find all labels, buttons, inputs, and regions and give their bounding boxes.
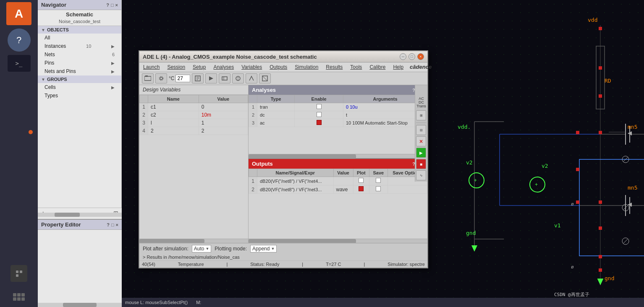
output-value-2[interactable]: wave [333, 185, 353, 194]
analysis-enable-1[interactable] [295, 103, 343, 111]
dv-hscrollbar[interactable] [139, 239, 248, 243]
var-name-1[interactable]: c1 [148, 103, 199, 111]
var-name-2[interactable]: c2 [148, 111, 199, 119]
output-save-2[interactable] [369, 185, 387, 194]
plot-mode-dropdown[interactable]: Append ▼ [250, 245, 277, 252]
toolbar-btn6[interactable] [259, 73, 271, 83]
menu-calibre[interactable]: Calibre [368, 64, 387, 70]
analysis-type-1[interactable]: tran [257, 103, 295, 111]
toolbar-netlist-button[interactable] [192, 73, 204, 83]
menu-simulation[interactable]: Simulation [293, 64, 319, 70]
status-dot [29, 130, 33, 134]
label-watermark: CSDN @再世孟子 [554, 291, 589, 298]
var-value-2[interactable]: 10m [199, 111, 248, 119]
analysis-type-2[interactable]: dc [257, 111, 295, 119]
run-button[interactable]: ▶ [416, 148, 426, 158]
outputs-header: Outputs ? □ × [249, 159, 427, 169]
stop-button[interactable]: ■ [416, 159, 426, 169]
menu-setup[interactable]: Setup [191, 64, 207, 70]
col-name: Name [148, 95, 199, 103]
var-name-3[interactable]: l [148, 119, 199, 127]
side-btn-2[interactable]: ⊟ [416, 125, 426, 135]
side-btn-wave[interactable]: ∿ [416, 170, 426, 180]
menu-results[interactable]: Results [325, 64, 344, 70]
toolbar-gear-button[interactable] [155, 73, 167, 83]
output-value-1[interactable] [333, 177, 353, 185]
menu-session[interactable]: Session [166, 64, 186, 70]
nav-item-nets[interactable]: Nets 6 [38, 50, 121, 59]
plot-auto-dropdown[interactable]: Auto ▼ [192, 245, 212, 252]
ade-close-button[interactable]: × [417, 53, 424, 60]
analysis-enable-3[interactable] [295, 119, 343, 127]
output-plot-1[interactable] [353, 177, 369, 185]
svg-point-57 [160, 77, 162, 80]
side-btn-x[interactable]: × [416, 136, 426, 146]
output-saveopts-2[interactable] [387, 185, 427, 194]
nav-item-instances[interactable]: Instances 10 ▶ [38, 42, 121, 50]
temp-input[interactable] [175, 75, 190, 82]
analysis-num-1: 1 [249, 103, 257, 111]
svg-marker-20 [628, 203, 632, 207]
prop-help-icon[interactable]: ? [107, 222, 110, 227]
analyses-hscrollbar[interactable] [249, 154, 427, 158]
nav-close-icon[interactable]: × [115, 3, 118, 8]
terminal-button[interactable]: >_ [8, 55, 31, 72]
label-v1: v1 [554, 222, 561, 229]
menu-help[interactable]: Help [392, 64, 405, 70]
ade-minimize-button[interactable]: ─ [400, 53, 406, 60]
toolbar-open-button[interactable] [142, 73, 154, 83]
nav-hscrollbar[interactable] [38, 213, 122, 217]
analysis-type-3[interactable]: ac [257, 119, 295, 127]
nav-item-nets-pins[interactable]: Nets and Pins ▶ [38, 67, 121, 75]
menu-variables[interactable]: Variables [240, 64, 263, 70]
var-name-4[interactable]: 2 [148, 127, 199, 135]
terminal-icon: >_ [16, 60, 23, 67]
prop-close-icon[interactable]: × [116, 222, 118, 227]
checkbox-empty-icon [317, 112, 322, 117]
nav-help-icon[interactable]: ? [106, 3, 109, 8]
nav-item-all[interactable]: All [38, 34, 121, 42]
nav-item-pins[interactable]: Pins ▶ [38, 59, 121, 67]
var-value-4[interactable]: 2 [199, 127, 248, 135]
ade-maximize-button[interactable]: □ [408, 53, 415, 60]
prop-expand-icon[interactable]: □ [111, 222, 114, 227]
menu-outputs[interactable]: Outputs [268, 64, 288, 70]
side-btn-1[interactable]: ⊞ [416, 110, 426, 120]
ade-window-title: ADE L (4) - Analog_CMOS_example Noise_ca… [143, 54, 317, 60]
sidebar-panel[interactable] [10, 265, 27, 282]
nav-item-cells[interactable]: Cells ▶ [38, 83, 121, 91]
nets-pins-arrow-icon: ▶ [111, 69, 115, 74]
output-expr-2[interactable]: dB20(VF("/net8") / VF("/net3... [257, 185, 334, 194]
analyses-hscrollbar-thumb [249, 154, 356, 159]
toolbar-btn4[interactable] [232, 73, 244, 83]
nav-expand-icon[interactable]: □ [111, 3, 114, 8]
menu-tools[interactable]: Tools [349, 64, 363, 70]
var-value-3[interactable]: 1 [199, 119, 248, 127]
var-value-1[interactable]: 0 [199, 103, 248, 111]
prop-scrollbar[interactable] [38, 303, 122, 307]
outputs-panel: Outputs ? □ × Name/Signal/Ex [249, 159, 427, 243]
toolbar-btn3[interactable] [219, 73, 230, 83]
svg-rect-24 [599, 94, 602, 98]
toolbar-btn5[interactable] [246, 73, 257, 83]
toolbar-simulate-button[interactable] [205, 73, 217, 83]
svg-rect-31 [599, 255, 602, 258]
outputs-hscrollbar[interactable] [249, 239, 427, 243]
svg-point-39 [469, 173, 484, 188]
checkbox-empty-icon [317, 104, 322, 109]
app-logo: A [6, 2, 31, 25]
output-plot-2[interactable] [353, 185, 369, 194]
help-button[interactable]: ? [8, 29, 31, 52]
output-expr-1[interactable]: dB20(VF("/net8") / VF("/net4... [257, 177, 334, 185]
analysis-enable-2[interactable] [295, 111, 343, 119]
property-editor-content [38, 230, 122, 233]
prop-scrollbar-thumb [63, 303, 97, 307]
nav-nets-pins-label: Nets and Pins [45, 68, 76, 74]
analyses-col-num [249, 95, 257, 103]
menu-launch[interactable]: Launch [142, 64, 161, 70]
table-row: 1 dB20(VF("/net8") / VF("/net4... [249, 177, 427, 185]
menu-analyses[interactable]: Analyses [212, 64, 235, 70]
output-save-1[interactable] [369, 177, 387, 185]
nav-item-types[interactable]: Types [38, 91, 121, 100]
svg-marker-46 [471, 245, 477, 252]
